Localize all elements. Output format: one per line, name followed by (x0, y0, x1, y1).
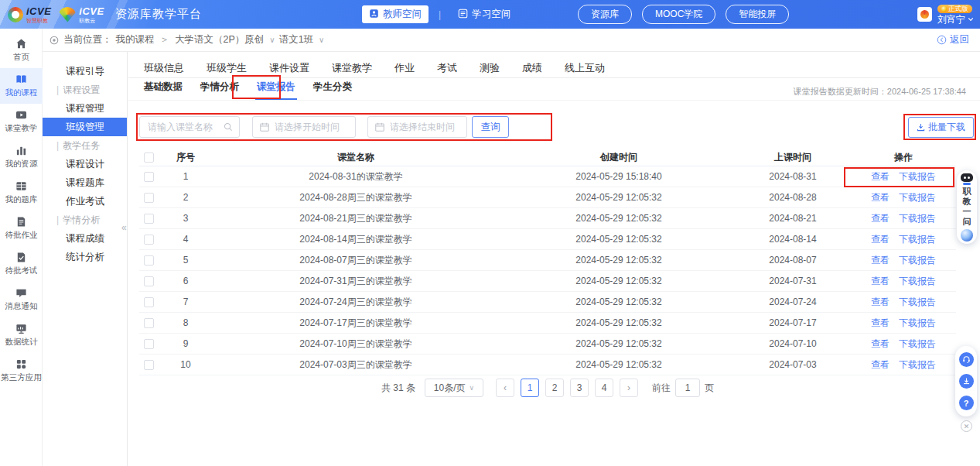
menu-item-course-question-bank[interactable]: 课程题库 (43, 173, 127, 192)
breadcrumb-course[interactable]: 大学语文（2P）原创 (175, 33, 264, 46)
tab-exam[interactable]: 考试 (437, 61, 457, 75)
select-all-checkbox[interactable] (144, 152, 154, 163)
menu-item-course-design[interactable]: 课程设计 (43, 155, 127, 173)
row-checkbox[interactable] (144, 276, 154, 286)
row-checkbox[interactable] (144, 255, 154, 266)
download-report-link[interactable]: 下载报告 (899, 296, 936, 309)
user-name[interactable]: 刘宵宁 (937, 15, 974, 24)
next-page-button[interactable]: › (620, 379, 638, 397)
view-link[interactable]: 查看 (871, 233, 890, 246)
sidebar-item-data-statistics[interactable]: 数据统计 (0, 317, 43, 353)
breadcrumb-separator: ＞ (160, 33, 170, 46)
breadcrumb-root[interactable]: 我的课程 (116, 33, 155, 46)
subtab-classroom-report[interactable]: 课堂报告 (255, 81, 297, 100)
sidebar-collapse-handle[interactable]: « (121, 222, 127, 233)
row-checkbox-cell (139, 276, 162, 286)
menu-item-class-management[interactable]: 班级管理 (43, 118, 127, 136)
view-link[interactable]: 查看 (871, 296, 890, 309)
row-checkbox[interactable] (144, 172, 154, 182)
sidebar-item-notifications[interactable]: 消息通知 (0, 282, 43, 317)
download-report-link[interactable]: 下载报告 (899, 275, 936, 288)
download-report-link[interactable]: 下载报告 (899, 233, 936, 246)
row-checkbox[interactable] (144, 297, 154, 307)
sidebar-item-third-party-apps[interactable]: 第三方应用 (0, 353, 43, 389)
row-checkbox[interactable] (144, 235, 154, 245)
menu-item-statistical-analysis[interactable]: 统计分析 (43, 248, 127, 266)
menu-item-course-management[interactable]: 课程管理 (43, 99, 127, 118)
row-checkbox[interactable] (144, 318, 154, 328)
quick-link-mooc-college[interactable]: MOOC学院 (642, 5, 715, 24)
tab-homework[interactable]: 作业 (394, 61, 415, 75)
view-link[interactable]: 查看 (871, 254, 890, 267)
view-link[interactable]: 查看 (871, 212, 890, 225)
tab-online-interaction[interactable]: 线上互动 (565, 61, 605, 75)
quick-link-resource-library[interactable]: 资源库 (578, 5, 632, 24)
help-icon[interactable]: ? (959, 396, 974, 410)
row-actions: 查看下载报告 (851, 338, 956, 351)
sidebar-item-my-courses[interactable]: 我的课程 (0, 68, 43, 104)
row-checkbox[interactable] (144, 360, 154, 370)
view-link[interactable]: 查看 (871, 338, 890, 351)
nav-teacher-space[interactable]: 教师空间 (362, 5, 429, 23)
view-link[interactable]: 查看 (871, 191, 890, 204)
breadcrumb-class[interactable]: 语文1班 (279, 33, 313, 46)
tab-class-info[interactable]: 班级信息 (144, 61, 184, 75)
download-report-link[interactable]: 下载报告 (899, 358, 936, 372)
download-report-link[interactable]: 下载报告 (899, 317, 936, 330)
download-report-link[interactable]: 下载报告 (899, 191, 936, 204)
view-link[interactable]: 查看 (871, 170, 890, 183)
prev-page-button[interactable]: ‹ (496, 379, 514, 397)
page-button-4[interactable]: 4 (595, 379, 613, 397)
download-report-link[interactable]: 下载报告 (899, 254, 936, 267)
shell-logo-icon (59, 7, 76, 22)
subtab-basic-data[interactable]: 基础数据 (142, 81, 184, 100)
customer-service-icon[interactable] (959, 352, 974, 367)
page-button-2[interactable]: 2 (545, 379, 564, 397)
tab-courseware-settings[interactable]: 课件设置 (269, 61, 309, 75)
close-helper-button[interactable]: ✕ (961, 420, 972, 432)
sidebar-item-pending-homework[interactable]: 待批作业 (0, 211, 43, 246)
class-time: 2024-08-07 (735, 255, 851, 266)
view-link[interactable]: 查看 (871, 358, 890, 372)
row-checkbox[interactable] (144, 339, 154, 349)
tab-classroom-teaching[interactable]: 课堂教学 (332, 61, 372, 75)
created-time: 2024-05-29 12:05:32 (503, 296, 735, 307)
tab-class-students[interactable]: 班级学生 (207, 61, 247, 75)
quick-link-smart-casting[interactable]: 智能投屏 (726, 5, 789, 24)
sidebar-item-my-resources[interactable]: 我的资源 (0, 139, 43, 175)
tab-grades[interactable]: 成绩 (522, 61, 542, 75)
sidebar-item-pending-exams[interactable]: 待批考试 (0, 246, 43, 282)
view-link[interactable]: 查看 (871, 317, 890, 330)
subtab-learning-analysis[interactable]: 学情分析 (199, 81, 241, 100)
batch-download-button[interactable]: 批量下载 (908, 117, 974, 138)
page-size-select[interactable]: 10条/页 ∨ (425, 379, 483, 397)
download-report-link[interactable]: 下载报告 (899, 212, 936, 225)
chevron-down-icon[interactable]: ∨ (269, 36, 275, 44)
goto-page-input[interactable] (675, 379, 700, 397)
menu-item-course-grades[interactable]: 课程成绩 (43, 229, 127, 248)
sidebar-item-home[interactable]: 首页 (0, 33, 43, 68)
row-checkbox[interactable] (144, 193, 154, 203)
download-icon[interactable] (959, 374, 974, 389)
back-button[interactable]: 返回 (937, 33, 969, 46)
query-button[interactable]: 查询 (472, 116, 509, 138)
page-button-1[interactable]: 1 (521, 379, 539, 397)
user-area[interactable]: 正式版 刘宵宁 (917, 0, 974, 29)
subtab-student-classification[interactable]: 学生分类 (312, 81, 353, 100)
ai-assistant-widget[interactable]: 职教一问 (957, 170, 977, 244)
menu-item-course-guide[interactable]: 课程引导 (43, 62, 127, 81)
menu-item-homework-exam[interactable]: 作业考试 (43, 192, 127, 211)
row-checkbox[interactable] (144, 214, 154, 224)
download-report-link[interactable]: 下载报告 (899, 338, 936, 351)
nav-learning-space[interactable]: 学习空间 (451, 5, 517, 23)
sidebar-item-my-question-bank[interactable]: 我的题库 (0, 175, 43, 211)
chevron-down-icon[interactable]: ∨ (319, 36, 324, 44)
classroom-name: 2024-07-31周三的课堂教学 (209, 275, 503, 288)
download-report-link[interactable]: 下载报告 (899, 170, 936, 183)
view-link[interactable]: 查看 (871, 275, 890, 288)
calendar-icon (374, 122, 385, 132)
tab-quiz[interactable]: 测验 (480, 61, 500, 75)
learning-space-icon (458, 9, 468, 21)
sidebar-item-classroom-teaching[interactable]: 课堂教学 (0, 104, 43, 139)
page-button-3[interactable]: 3 (570, 379, 589, 397)
